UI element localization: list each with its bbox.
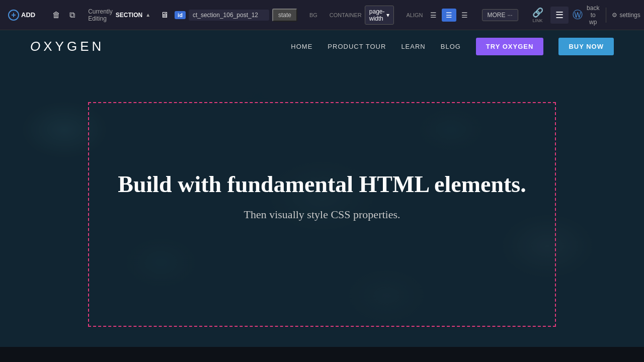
wp-icon: Ⓦ [573,8,583,22]
gear-icon: ⚙ [612,12,617,19]
nav-links: HOME PRODUCT TOUR LEARN BLOG TRY OXYGEN … [291,38,614,55]
nav-link-blog[interactable]: BLOG [441,43,461,50]
canvas: OXYGEN HOME PRODUCT TOUR LEARN BLOG TRY … [0,30,644,362]
align-right-icon: ☰ [461,11,468,19]
add-button[interactable]: + ADD [4,8,39,23]
hamburger-button[interactable]: ☰ [550,7,569,24]
nav-link-home[interactable]: HOME [291,43,312,50]
add-label: ADD [21,11,35,19]
logo-text: OXYGEN [30,39,104,54]
try-oxygen-button[interactable]: TRY OXYGEN [476,38,544,55]
page-width-value: page-width [369,8,385,22]
currently-editing: Currently Editing SECTION ▲ [88,8,150,22]
copy-icon: ⧉ [69,11,75,20]
state-label: state [278,12,291,19]
toolbar: + ADD 🗑 ⧉ Currently Editing SECTION ▲ 🖥 … [0,0,644,30]
page-width-select[interactable]: page-width ▾ [365,6,394,25]
trash-icon: 🗑 [52,11,60,20]
align-label: ALIGN [406,12,423,18]
section-name: SECTION [116,12,142,19]
desktop-icon[interactable]: 🖥 [157,9,172,22]
settings-button[interactable]: ⚙ settings [612,12,640,19]
more-dots-label: ··· [508,12,513,19]
bottom-bar [0,347,644,362]
element-id-field[interactable] [189,10,269,21]
currently-editing-label: Currently Editing [88,8,113,22]
duplicate-button[interactable]: ⧉ [66,9,78,22]
container-label: CONTAINER [330,12,362,18]
align-center-icon: ☰ [446,11,452,19]
nav-bar: OXYGEN HOME PRODUCT TOUR LEARN BLOG TRY … [0,30,644,63]
delete-button[interactable]: 🗑 [49,9,63,22]
state-badge[interactable]: state [272,9,297,22]
bg-label: BG [309,12,317,18]
arrow-up-icon: ▲ [145,12,150,18]
logo: OXYGEN [30,39,104,54]
back-to-wp-label: back to wp [587,5,600,26]
align-right-button[interactable]: ☰ [457,9,472,22]
nav-link-learn[interactable]: LEARN [401,43,425,50]
nav-link-product-tour[interactable]: PRODUCT TOUR [328,43,386,50]
settings-label: settings [619,12,640,19]
align-left-icon: ☰ [430,11,437,19]
toolbar-right: ☰ Ⓦ back to wp ⚙ settings SAVE [550,5,644,26]
id-badge: id [175,11,186,19]
more-button[interactable]: MORE ··· [482,9,518,21]
more-label: MORE [488,12,506,19]
buy-now-button[interactable]: BUY NOW [558,38,614,55]
hero-title: Build with fundamental HTML elements. [101,170,543,198]
back-to-wp-button[interactable]: back to wp [587,5,600,26]
hero-subtitle: Then visually style CSS properties. [101,209,543,222]
chevron-down-icon: ▾ [386,12,389,19]
link-icon: 🔗 [532,7,543,18]
align-group: ☰ ☰ ☰ [426,9,472,22]
align-center-button[interactable]: ☰ [442,9,456,22]
align-left-button[interactable]: ☰ [426,9,441,22]
link-label: LINK [533,18,543,23]
add-circle-icon: + [8,10,19,21]
link-button[interactable]: 🔗 LINK [528,5,547,25]
hero-content: Build with fundamental HTML elements. Th… [0,170,644,221]
